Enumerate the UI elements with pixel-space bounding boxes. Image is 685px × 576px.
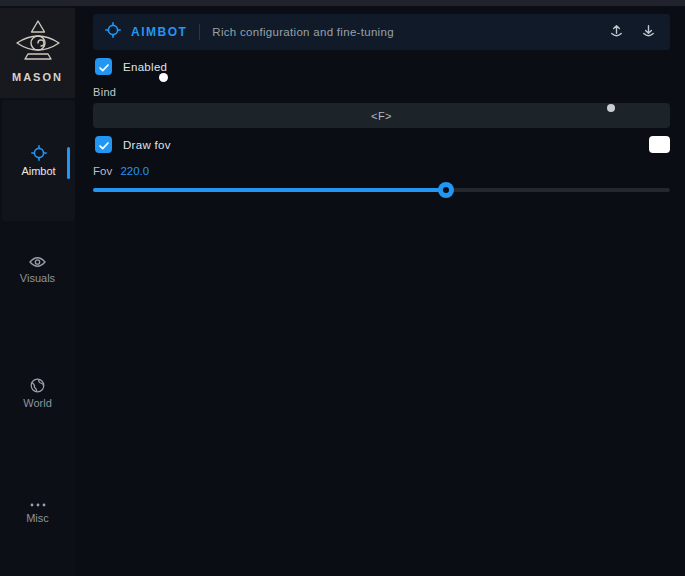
enabled-label: Enabled <box>123 61 167 73</box>
fov-slider[interactable] <box>93 183 670 197</box>
sidebar-item-label: Aimbot <box>21 165 55 177</box>
eye-pyramid-icon <box>12 18 64 68</box>
upload-icon <box>609 23 624 41</box>
slider-thumb[interactable] <box>438 182 454 198</box>
sidebar-item-misc[interactable]: Misc <box>0 502 75 524</box>
logo-text: MASON <box>12 71 63 83</box>
window-top-strip <box>0 0 685 6</box>
enabled-checkbox[interactable] <box>95 58 112 75</box>
crosshair-icon <box>105 22 121 42</box>
fov-value: 220.0 <box>120 165 149 177</box>
draw-fov-label: Draw fov <box>123 139 171 151</box>
draw-fov-checkbox[interactable] <box>95 136 112 153</box>
check-icon <box>99 58 109 76</box>
page-title: AIMBOT <box>131 25 187 39</box>
mouse-dot-cursor <box>159 73 168 82</box>
sidebar-item-label: World <box>23 397 52 409</box>
fov-label: Fov <box>93 165 112 177</box>
download-config-button[interactable] <box>641 23 656 41</box>
sidebar-item-label: Visuals <box>20 272 55 284</box>
draw-fov-row: Draw fov <box>95 136 171 153</box>
fov-color-swatch[interactable] <box>649 136 670 153</box>
page-header: AIMBOT Rich configuration and fine-tunin… <box>93 14 670 50</box>
download-icon <box>641 23 656 41</box>
slider-fill <box>93 188 446 192</box>
sidebar-item-label: Misc <box>26 512 49 524</box>
eye-icon <box>29 256 46 268</box>
secondary-dot-cursor <box>607 104 615 112</box>
upload-config-button[interactable] <box>609 23 624 41</box>
bind-input[interactable] <box>93 103 670 128</box>
header-actions <box>609 23 656 41</box>
sidebar: MASON Aimbot Visuals Wor <box>0 6 75 576</box>
active-item-accent-bar <box>67 147 70 179</box>
header-divider <box>199 24 200 40</box>
check-icon <box>99 136 109 154</box>
enabled-row: Enabled <box>95 58 167 75</box>
ellipsis-icon <box>29 502 47 508</box>
bind-label: Bind <box>93 86 116 98</box>
fov-label-row: Fov 220.0 <box>93 165 149 177</box>
crosshair-icon <box>31 145 47 161</box>
sidebar-item-aimbot[interactable]: Aimbot <box>2 100 75 221</box>
sidebar-item-world[interactable]: World <box>0 378 75 409</box>
sidebar-item-visuals[interactable]: Visuals <box>0 256 75 284</box>
page-subtitle: Rich configuration and fine-tuning <box>212 26 394 38</box>
logo-block: MASON <box>0 8 75 98</box>
globe-icon <box>30 378 45 393</box>
